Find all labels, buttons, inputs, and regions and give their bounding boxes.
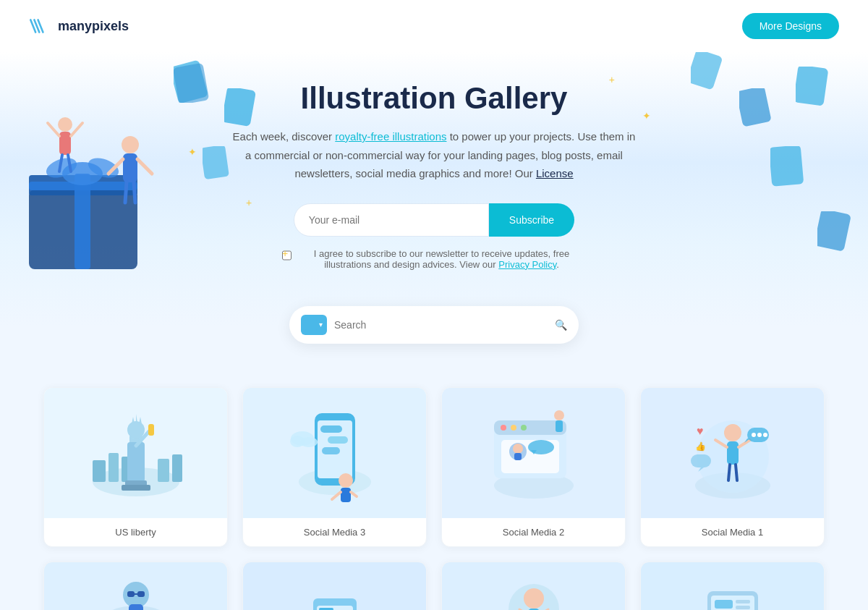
svg-line-15 <box>134 182 135 203</box>
svg-rect-94 <box>127 591 135 597</box>
svg-point-65 <box>521 425 527 431</box>
search-icon[interactable]: 🔍 <box>555 319 567 331</box>
gallery-card-row2-2[interactable] <box>441 562 626 611</box>
row2-illus-1 <box>292 569 378 611</box>
svg-line-18 <box>48 123 59 136</box>
svg-point-9 <box>85 154 122 182</box>
logo-icon <box>29 17 52 35</box>
search-input[interactable] <box>334 319 548 331</box>
svg-point-84 <box>752 433 756 437</box>
svg-point-85 <box>757 433 762 437</box>
svg-point-72 <box>554 410 564 420</box>
svg-rect-89 <box>691 454 711 467</box>
svg-line-56 <box>351 492 357 496</box>
gallery-grid: US liberty <box>43 387 825 547</box>
more-designs-button[interactable]: More Designs <box>742 13 839 39</box>
svg-line-14 <box>125 182 127 203</box>
svg-line-81 <box>736 465 737 480</box>
svg-point-86 <box>763 433 767 437</box>
svg-point-68 <box>513 444 523 454</box>
chevron-down-icon: ▾ <box>319 321 323 329</box>
color-picker-button[interactable]: ▾ <box>301 315 327 335</box>
svg-point-64 <box>511 425 516 431</box>
row2-illus-3 <box>689 569 776 611</box>
svg-rect-32 <box>93 460 106 482</box>
svg-rect-69 <box>514 453 522 460</box>
svg-marker-42 <box>139 417 142 424</box>
gallery-card-label-3: Social Media 1 <box>641 518 824 546</box>
subscribe-button[interactable]: Subscribe <box>489 203 574 237</box>
row2-illus-2 <box>490 569 577 611</box>
gallery-card-label-2: Social Media 2 <box>442 518 625 546</box>
svg-rect-11 <box>123 153 137 182</box>
svg-line-21 <box>68 155 71 171</box>
svg-rect-46 <box>122 485 150 491</box>
svg-rect-17 <box>59 132 71 155</box>
license-link[interactable]: License <box>536 167 574 179</box>
search-container: ▾ 🔍 <box>289 306 579 344</box>
svg-line-80 <box>728 465 730 480</box>
svg-rect-52 <box>322 447 340 454</box>
svg-point-76 <box>724 424 741 441</box>
svg-point-10 <box>122 136 139 153</box>
svg-rect-4 <box>29 175 137 195</box>
svg-point-70 <box>528 440 554 454</box>
svg-point-8 <box>43 154 80 182</box>
social2-illustration <box>476 395 592 511</box>
color-swatch <box>305 319 317 331</box>
liberty-illustration <box>78 395 194 511</box>
search-section: ▾ 🔍 <box>0 306 868 373</box>
svg-rect-110 <box>736 600 750 603</box>
gallery-card-img-row2-1 <box>243 562 426 611</box>
gallery-card-row2-3[interactable] <box>640 562 825 611</box>
svg-rect-6 <box>29 182 137 190</box>
gallery-card-img-row2-2 <box>442 562 625 611</box>
svg-text:👍: 👍 <box>695 441 706 452</box>
gallery-card-3[interactable]: ♥ 👍 Social Media 1 <box>640 387 825 547</box>
svg-marker-40 <box>132 417 135 424</box>
svg-rect-54 <box>341 488 351 502</box>
email-input[interactable] <box>294 203 489 237</box>
svg-rect-73 <box>556 420 563 432</box>
svg-line-19 <box>71 123 82 136</box>
gallery-section: US liberty <box>0 373 868 611</box>
svg-point-53 <box>339 473 353 488</box>
email-subscription-row: Subscribe <box>14 203 854 237</box>
gallery-grid-row2 <box>43 562 825 611</box>
svg-point-16 <box>58 117 72 132</box>
privacy-policy-link[interactable]: Privacy Policy <box>498 259 556 270</box>
gallery-card-img-2 <box>442 388 625 518</box>
royalty-free-link[interactable]: royalty-free illustrations <box>335 130 446 143</box>
floating-card-6 <box>770 146 810 193</box>
svg-marker-41 <box>136 414 137 423</box>
row2-illus-0 <box>93 569 179 611</box>
gallery-card-row2-0[interactable] <box>43 562 228 611</box>
svg-rect-77 <box>727 441 739 465</box>
svg-rect-35 <box>158 459 169 482</box>
svg-rect-28 <box>770 146 804 187</box>
svg-rect-30 <box>203 146 229 179</box>
gallery-card-0[interactable]: US liberty <box>43 387 228 547</box>
gallery-card-2[interactable]: Social Media 2 <box>441 387 626 547</box>
svg-rect-111 <box>736 606 750 609</box>
svg-rect-93 <box>129 604 143 611</box>
gallery-card-1[interactable]: Social Media 3 <box>242 387 427 547</box>
svg-rect-44 <box>148 424 154 436</box>
floating-card-8 <box>203 146 231 182</box>
svg-rect-100 <box>319 608 333 611</box>
logo-text: manypixels <box>58 19 129 34</box>
star-1: ✦ <box>188 146 197 158</box>
gallery-card-label-1: Social Media 3 <box>243 518 426 546</box>
svg-rect-36 <box>172 454 182 482</box>
hero-description: Each week, discover royalty-free illustr… <box>231 127 637 183</box>
gallery-card-img-row2-0 <box>44 562 227 611</box>
gift-box-illustration <box>7 96 166 284</box>
svg-point-63 <box>501 425 506 431</box>
svg-point-39 <box>127 421 145 439</box>
gallery-card-row2-1[interactable] <box>242 562 427 611</box>
svg-line-12 <box>109 159 123 174</box>
svg-rect-50 <box>320 425 342 433</box>
gallery-card-img-1 <box>243 388 426 518</box>
consent-checkbox[interactable] <box>282 250 292 260</box>
svg-rect-51 <box>328 436 348 444</box>
